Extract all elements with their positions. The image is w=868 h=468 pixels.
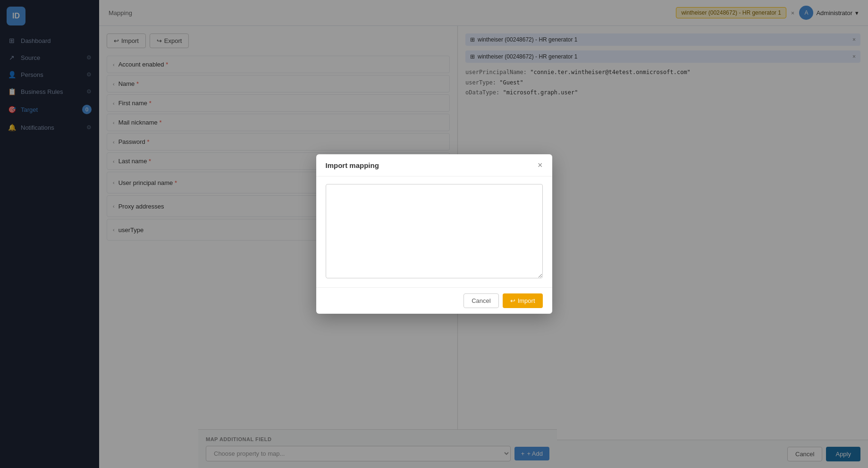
modal-overlay: Import mapping × Cancel ↩ Import xyxy=(0,0,868,468)
modal-body xyxy=(316,176,552,287)
modal-cancel-button[interactable]: Cancel xyxy=(463,293,498,308)
modal-close-button[interactable]: × xyxy=(538,161,543,169)
import-icon: ↩ xyxy=(510,297,515,304)
modal-header: Import mapping × xyxy=(316,154,552,176)
modal-import-button[interactable]: ↩ Import xyxy=(503,293,543,308)
modal-title: Import mapping xyxy=(326,161,379,169)
import-mapping-modal: Import mapping × Cancel ↩ Import xyxy=(316,154,552,314)
import-textarea[interactable] xyxy=(326,184,543,278)
modal-footer: Cancel ↩ Import xyxy=(316,287,552,314)
